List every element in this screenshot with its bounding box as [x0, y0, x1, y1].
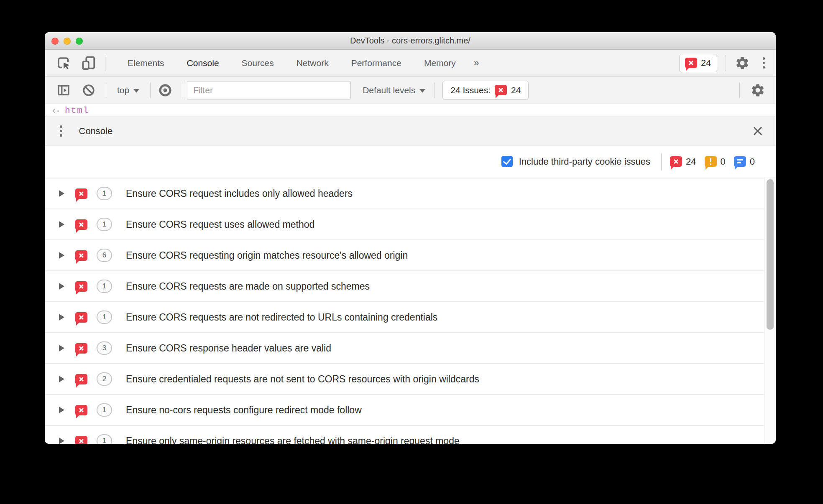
tab-memory[interactable]: Memory [413, 50, 467, 76]
scrollbar-track[interactable] [764, 178, 776, 444]
context-selector[interactable]: top [114, 85, 143, 95]
expand-triangle-icon[interactable] [59, 376, 64, 382]
zoom-window-button[interactable] [76, 38, 83, 45]
error-bubble-icon [75, 405, 87, 415]
issues-list: 1 Ensure CORS request includes only allo… [45, 178, 764, 444]
chevron-down-icon [133, 89, 139, 93]
issue-row[interactable]: 1 Ensure no-cors requests configure redi… [45, 395, 764, 426]
tab-network[interactable]: Network [285, 50, 340, 76]
divider [181, 82, 181, 98]
issue-count-badge: 3 [97, 341, 112, 355]
divider [150, 82, 151, 98]
drawer-menu-kebab-icon[interactable] [57, 123, 65, 139]
divider [435, 82, 435, 98]
error-bubble-icon [75, 436, 87, 444]
issue-title: Ensure credentialed requests are not sen… [126, 374, 479, 385]
tab-performance[interactable]: Performance [340, 50, 413, 76]
log-levels-selector[interactable]: Default levels [359, 85, 429, 95]
divider [726, 55, 726, 71]
third-party-cookie-label: Include third-party cookie issues [519, 156, 650, 167]
issue-row[interactable]: 1 Ensure CORS request uses allowed metho… [45, 209, 764, 240]
issue-title: Ensure CORS request uses allowed method [126, 219, 314, 230]
issue-row[interactable]: 1 Ensure only same-origin resources are … [45, 426, 764, 444]
more-tabs-icon[interactable]: » [467, 57, 486, 69]
log-levels-label: Default levels [363, 85, 415, 95]
expand-triangle-icon[interactable] [59, 407, 64, 413]
issue-row[interactable]: 1 Ensure CORS requests are not redirecte… [45, 302, 764, 333]
console-toolbar: top Default levels 24 Issues: 24 [45, 76, 776, 104]
scrollbar-thumb[interactable] [767, 179, 774, 330]
console-settings-gear-icon[interactable] [749, 81, 767, 99]
issue-count-badge: 1 [97, 187, 112, 200]
elements-breadcrumb: ‹ html [45, 104, 776, 117]
close-window-button[interactable] [51, 38, 59, 45]
issue-row[interactable]: 1 Ensure CORS requests are made on suppo… [45, 271, 764, 302]
issues-error-badge[interactable]: 24 [679, 54, 717, 72]
main-menu-kebab-icon[interactable] [760, 55, 768, 71]
divider [105, 55, 105, 71]
error-bubble-icon [685, 58, 697, 68]
main-toolbar: Elements Console Sources Network Perform… [45, 50, 776, 76]
error-bubble-icon [75, 312, 87, 323]
devtools-window: DevTools - cors-errors.glitch.me/ Elemen… [45, 32, 776, 444]
issue-title: Ensure CORS request includes only allowe… [126, 188, 353, 199]
third-party-cookie-checkbox[interactable] [501, 156, 513, 167]
error-bubble-icon [670, 156, 682, 167]
drawer-header: Console [45, 117, 776, 145]
issue-row[interactable]: 6 Ensure CORS requesting origin matches … [45, 240, 764, 271]
error-bubble-icon [75, 343, 87, 354]
error-bubble-icon [495, 85, 507, 95]
expand-triangle-icon[interactable] [59, 314, 64, 321]
warning-count-group[interactable]: 0 [705, 156, 726, 167]
issue-count-badge: 1 [97, 280, 112, 293]
issue-title: Ensure CORS requesting origin matches re… [126, 250, 408, 261]
issue-title: Ensure only same-origin resources are fe… [126, 435, 460, 444]
inspect-element-icon[interactable] [55, 54, 72, 72]
error-bubble-icon [75, 281, 87, 292]
settings-gear-icon[interactable] [734, 54, 751, 72]
info-count: 0 [750, 156, 755, 167]
device-toolbar-icon[interactable] [78, 54, 98, 72]
issue-count-badge: 1 [97, 434, 112, 444]
tab-elements[interactable]: Elements [116, 50, 176, 76]
minimize-window-button[interactable] [64, 38, 71, 45]
issue-title: Ensure CORS requests are not redirected … [126, 312, 437, 323]
live-expression-eye-icon[interactable] [156, 81, 174, 99]
expand-triangle-icon[interactable] [59, 345, 64, 351]
issues-counter-button[interactable]: 24 Issues: 24 [442, 81, 529, 100]
warning-bubble-icon [705, 156, 717, 167]
show-sidebar-icon[interactable] [55, 81, 72, 99]
error-bubble-icon [75, 374, 87, 384]
context-selector-label: top [117, 85, 129, 95]
tab-sources[interactable]: Sources [230, 50, 285, 76]
warning-count: 0 [721, 156, 726, 167]
expand-triangle-icon[interactable] [59, 190, 64, 197]
issue-title: Ensure CORS requests are made on support… [126, 281, 370, 292]
issue-row[interactable]: 1 Ensure CORS request includes only allo… [45, 178, 764, 209]
expand-triangle-icon[interactable] [59, 252, 64, 259]
clear-console-icon[interactable] [80, 81, 97, 99]
panel-tabs: Elements Console Sources Network Perform… [116, 50, 486, 76]
error-count-group[interactable]: 24 [670, 156, 696, 167]
error-badge-count: 24 [701, 58, 711, 69]
divider [661, 153, 662, 171]
issue-count-badge: 2 [97, 372, 112, 386]
close-drawer-icon[interactable] [751, 125, 764, 137]
tab-console[interactable]: Console [176, 50, 230, 76]
expand-triangle-icon[interactable] [59, 438, 64, 444]
filter-input[interactable] [187, 81, 351, 99]
issue-count-badge: 6 [97, 249, 112, 262]
info-count-group[interactable]: 0 [734, 156, 755, 167]
error-bubble-icon [75, 219, 87, 230]
window-title: DevTools - cors-errors.glitch.me/ [45, 36, 776, 46]
issue-row[interactable]: 3 Ensure CORS response header values are… [45, 333, 764, 364]
expand-triangle-icon[interactable] [59, 283, 64, 290]
issue-title: Ensure CORS response header values are v… [126, 343, 331, 354]
drawer-title: Console [79, 126, 113, 137]
breadcrumb-node-html[interactable]: html [65, 106, 89, 115]
expand-triangle-icon[interactable] [59, 221, 64, 228]
breadcrumb-chevron-icon[interactable]: ‹ [52, 105, 56, 116]
divider [106, 82, 106, 98]
issue-count-badge: 1 [97, 218, 112, 231]
issue-row[interactable]: 2 Ensure credentialed requests are not s… [45, 364, 764, 395]
